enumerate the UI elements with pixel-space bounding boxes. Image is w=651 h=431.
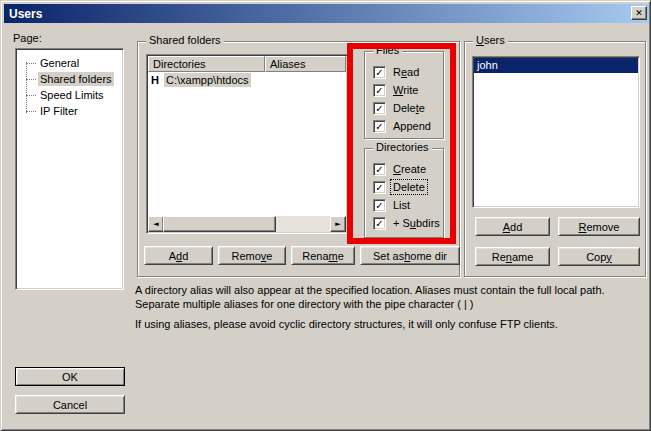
sidebar-item-label: General [38, 56, 81, 70]
delete-files-checkbox-label[interactable]: Delete [391, 101, 427, 115]
append-checkbox-row: ✓ Append [373, 117, 443, 135]
delete-dirs-checkbox-row: ✓ Delete [373, 178, 443, 196]
cancel-button[interactable]: Cancel [15, 395, 125, 414]
home-marker: H [151, 74, 164, 86]
rename-user-button[interactable]: Rename [475, 247, 550, 266]
add-user-button[interactable]: Add [475, 217, 550, 236]
column-header-directories[interactable]: Directories [148, 56, 265, 72]
create-checkbox-label[interactable]: Create [391, 162, 428, 176]
page-label: Page: [13, 32, 42, 44]
check-icon: ✓ [375, 103, 383, 114]
read-checkbox-row: ✓ Read [373, 63, 443, 81]
delete-files-checkbox[interactable]: ✓ [373, 102, 386, 115]
list-checkbox-label[interactable]: List [391, 198, 412, 212]
alias-note: A directory alias will also appear at th… [135, 283, 643, 311]
tree-stub [26, 95, 36, 96]
check-icon: ✓ [375, 85, 383, 96]
ok-button[interactable]: OK [15, 367, 125, 386]
files-group-label: Files [373, 44, 402, 57]
remove-user-button[interactable]: Remove [558, 217, 640, 236]
directory-row[interactable]: H C:\xampp\htdocs [147, 72, 347, 88]
check-icon: ✓ [375, 67, 383, 78]
remove-folder-button[interactable]: Remove [218, 246, 286, 265]
sidebar-item-shared-folders[interactable]: Shared folders [16, 71, 123, 87]
delete-dirs-checkbox[interactable]: ✓ [373, 181, 386, 194]
tree-stub [26, 63, 36, 64]
scroll-right-button[interactable]: ► [330, 216, 346, 232]
copy-user-button[interactable]: Copy [558, 247, 640, 266]
dialog-title: Users [9, 7, 42, 21]
scroll-left-icon: ◄ [153, 220, 158, 228]
user-item-john[interactable]: john [474, 58, 638, 73]
directory-path: C:\xampp\htdocs [164, 73, 251, 87]
users-list[interactable]: john [472, 56, 640, 208]
scroll-right-icon: ► [335, 220, 340, 228]
sidebar-item-ip-filter[interactable]: IP Filter [16, 103, 123, 119]
set-home-dir-button[interactable]: Set as home dir [360, 246, 460, 265]
directories-list[interactable]: Directories Aliases H C:\xampp\htdocs ◄ … [146, 54, 348, 234]
delete-files-checkbox-row: ✓ Delete [373, 99, 443, 117]
close-button[interactable]: ✕ [631, 6, 647, 20]
title-bar[interactable]: Users ✕ [4, 4, 649, 23]
directories-group: Directories ✓ Create ✓ Delete ✓ List ✓ +… [364, 148, 444, 238]
users-group-label: Users [473, 34, 508, 47]
files-group: Files ✓ Read ✓ Write ✓ Delete ✓ Append [364, 51, 444, 139]
scroll-left-button[interactable]: ◄ [148, 216, 164, 232]
write-checkbox-label[interactable]: Write [391, 83, 420, 97]
cyclic-note: If using aliases, please avoid cyclic di… [135, 317, 643, 331]
tree-stub [26, 79, 36, 80]
check-icon: ✓ [375, 121, 383, 132]
sidebar-item-label: Shared folders [38, 72, 114, 86]
create-checkbox-row: ✓ Create [373, 160, 443, 178]
tree-stub [26, 111, 36, 112]
read-checkbox[interactable]: ✓ [373, 66, 386, 79]
subdirs-checkbox-row: ✓ + Subdirs [373, 214, 443, 232]
shared-folders-group-label: Shared folders [146, 34, 224, 47]
read-checkbox-label[interactable]: Read [391, 65, 421, 79]
subdirs-checkbox[interactable]: ✓ [373, 217, 386, 230]
page-list[interactable]: General Shared folders Speed Limits IP F… [15, 48, 124, 290]
close-icon: ✕ [635, 8, 643, 18]
check-icon: ✓ [375, 164, 383, 175]
horizontal-scrollbar[interactable]: ◄ ► [148, 216, 346, 232]
users-dialog: Users ✕ Page: General Shared folders Spe… [0, 0, 651, 431]
list-checkbox-row: ✓ List [373, 196, 443, 214]
sidebar-item-general[interactable]: General [16, 55, 123, 71]
sidebar-item-speed-limits[interactable]: Speed Limits [16, 87, 123, 103]
check-icon: ✓ [375, 182, 383, 193]
write-checkbox-row: ✓ Write [373, 81, 443, 99]
check-icon: ✓ [375, 200, 383, 211]
create-checkbox[interactable]: ✓ [373, 163, 386, 176]
write-checkbox[interactable]: ✓ [373, 84, 386, 97]
sidebar-item-label: Speed Limits [38, 88, 106, 102]
add-folder-button[interactable]: Add [144, 246, 213, 265]
append-checkbox[interactable]: ✓ [373, 120, 386, 133]
list-checkbox[interactable]: ✓ [373, 199, 386, 212]
users-group: Users john Add Remove Rename Copy [464, 41, 646, 277]
check-icon: ✓ [375, 218, 383, 229]
directories-group-label: Directories [373, 141, 432, 154]
column-header-aliases[interactable]: Aliases [265, 56, 346, 72]
append-checkbox-label[interactable]: Append [391, 119, 433, 133]
sidebar-item-label: IP Filter [38, 104, 80, 118]
delete-dirs-checkbox-label[interactable]: Delete [391, 180, 427, 194]
subdirs-checkbox-label[interactable]: + Subdirs [391, 216, 442, 230]
rename-folder-button[interactable]: Rename [291, 246, 355, 265]
scrollbar-thumb[interactable] [163, 216, 276, 232]
